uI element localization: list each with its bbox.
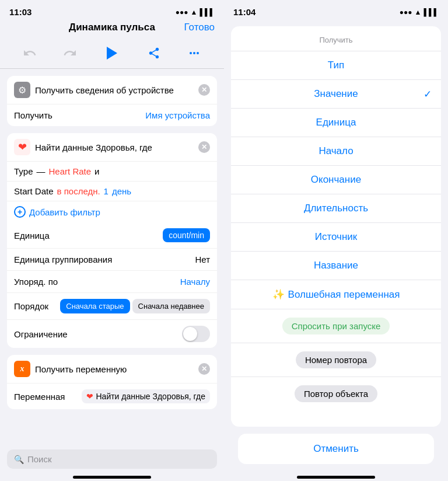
device-info-row: Получить Имя устройства <box>7 104 217 126</box>
start-date-unit[interactable]: день <box>112 186 131 196</box>
health-data-card: ❤ Найти данные Здоровья, где ✕ Type — He… <box>7 133 217 348</box>
popup-end-label: Окончание <box>311 174 361 186</box>
undo-button[interactable] <box>20 44 39 62</box>
add-filter-row[interactable]: + Добавить фильтр <box>7 201 217 222</box>
filter-and: и <box>94 166 99 176</box>
group-unit-row: Единица группирования Нет <box>7 249 217 271</box>
popup-start-label: Начало <box>318 145 353 157</box>
right-status-bar: 11:04 ●●● ▲ ▌▌▌ <box>224 0 448 19</box>
popup-item-name[interactable]: Название <box>231 252 441 280</box>
device-info-title: Получить сведения об устройстве <box>35 85 174 95</box>
group-unit-value[interactable]: Нет <box>195 255 210 264</box>
order-seg-new[interactable]: Сначала недавнее <box>132 299 210 313</box>
right-time: 11:04 <box>233 7 256 17</box>
start-date-num[interactable]: 1 <box>104 186 108 196</box>
filter-type-row: Type — Heart Rate и <box>7 162 217 182</box>
toolbar <box>0 38 224 69</box>
get-variable-close[interactable]: ✕ <box>198 363 210 375</box>
group-unit-label: Единица группирования <box>14 255 112 264</box>
start-date-text[interactable]: в последн. <box>57 186 100 196</box>
start-date-label: Start Date <box>14 186 54 196</box>
popup-item-type[interactable]: Тип <box>231 51 441 80</box>
magic-wand-icon: ✨ <box>272 288 285 301</box>
svg-point-2 <box>197 52 199 54</box>
battery-icon: ▌▌▌ <box>200 8 215 16</box>
order-row: Порядок Сначала старые Сначала недавнее <box>7 293 217 320</box>
popup-item-ask[interactable]: Спросить при запуске <box>231 309 441 343</box>
wifi-icon: ▲ <box>191 8 198 16</box>
order-segment[interactable]: Сначала старые Сначала недавнее <box>60 299 210 313</box>
filter-type-label: Type <box>14 166 33 176</box>
unit-value[interactable]: count/min <box>163 228 210 242</box>
filter-dash: — <box>37 166 46 176</box>
repeat-obj-pill: Повтор объекта <box>295 385 377 402</box>
popup-card: Получить Тип Значение ✓ Единица Начало О… <box>231 26 441 427</box>
device-info-close[interactable]: ✕ <box>198 84 210 96</box>
play-icon <box>107 47 117 60</box>
popup-type-label: Тип <box>328 60 344 71</box>
popup-item-source[interactable]: Источник <box>231 223 441 252</box>
left-status-icons: ●●● ▲ ▌▌▌ <box>176 8 215 16</box>
limit-row: Ограничение <box>7 320 217 348</box>
variable-pill-text: Найти данные Здоровья, где <box>96 392 205 401</box>
checkmark-icon: ✓ <box>424 88 432 100</box>
signal-icon: ●●● <box>176 8 188 16</box>
r-wifi-icon: ▲ <box>415 8 422 16</box>
share-button[interactable] <box>145 44 163 62</box>
add-filter-label: Добавить фильтр <box>29 207 100 217</box>
start-date-row: Start Date в последн. 1 день <box>7 182 217 201</box>
order-seg-old[interactable]: Сначала старые <box>60 299 130 313</box>
health-data-close[interactable]: ✕ <box>198 141 210 153</box>
popup-name-label: Название <box>314 260 358 271</box>
popup-item-unit[interactable]: Единица <box>231 109 441 137</box>
popup-item-duration[interactable]: Длительность <box>231 194 441 223</box>
popup-item-repeat-obj[interactable]: Повтор объекта <box>231 377 441 410</box>
get-variable-title: Получить переменную <box>35 364 127 374</box>
right-panel: 11:04 ●●● ▲ ▌▌▌ Получить Тип Значение ✓ <box>224 0 448 481</box>
health-data-title: Найти данные Здоровья, где <box>35 142 152 152</box>
heart-icon: ❤ <box>86 392 93 401</box>
right-status-icons: ●●● ▲ ▌▌▌ <box>400 8 439 16</box>
popup-item-end[interactable]: Окончание <box>231 166 441 194</box>
popup-item-magic[interactable]: ✨ Волшебная переменная <box>231 280 441 309</box>
search-placeholder: Поиск <box>27 454 52 464</box>
device-info-header: ⚙ Получить сведения об устройстве ✕ <box>7 76 217 104</box>
sort-by-value[interactable]: Началу <box>180 277 210 287</box>
popup-magic-label: Волшебная переменная <box>288 289 400 301</box>
filter-heart-rate[interactable]: Heart Rate <box>49 166 92 176</box>
device-info-label: Получить <box>14 110 52 120</box>
search-bar: 🔍 Поиск <box>7 449 217 469</box>
variable-row: Переменная ❤ Найти данные Здоровья, где <box>7 384 217 409</box>
done-button[interactable]: Готово <box>184 22 215 33</box>
left-panel: 11:03 ●●● ▲ ▌▌▌ Динамика пульса Готово <box>0 0 224 481</box>
home-indicator-right <box>297 476 375 479</box>
popup-item-value[interactable]: Значение ✓ <box>231 80 441 109</box>
cancel-button[interactable]: Отменить <box>238 434 434 464</box>
settings-button[interactable] <box>185 44 204 62</box>
svg-point-1 <box>193 52 195 54</box>
unit-row: Единица count/min <box>7 222 217 249</box>
redo-button[interactable] <box>61 44 79 62</box>
popup-duration-label: Длительность <box>304 203 368 214</box>
sort-by-label: Упоряд. по <box>14 277 58 287</box>
search-icon: 🔍 <box>14 455 24 464</box>
device-info-icon: ⚙ <box>14 82 30 98</box>
sort-by-row: Упоряд. по Началу <box>7 271 217 293</box>
popup-item-repeat-num[interactable]: Номер повтора <box>231 343 441 377</box>
r-battery-icon: ▌▌▌ <box>424 8 439 16</box>
popup-item-start[interactable]: Начало <box>231 137 441 166</box>
variable-value[interactable]: ❤ Найти данные Здоровья, где <box>82 389 210 403</box>
limit-label: Ограничение <box>14 329 68 339</box>
get-variable-icon: x <box>14 361 30 377</box>
content-area: ⚙ Получить сведения об устройстве ✕ Полу… <box>0 69 224 447</box>
popup-header: Получить <box>231 26 441 51</box>
add-filter-icon: + <box>14 206 26 218</box>
popup-source-label: Источник <box>315 231 358 243</box>
device-info-value[interactable]: Имя устройства <box>145 110 210 120</box>
play-button[interactable] <box>102 43 123 64</box>
home-indicator-left <box>73 476 151 479</box>
order-label: Порядок <box>14 301 48 311</box>
r-signal-icon: ●●● <box>400 8 412 16</box>
popup-container: Получить Тип Значение ✓ Единица Начало О… <box>224 19 448 471</box>
limit-toggle[interactable] <box>182 326 210 342</box>
